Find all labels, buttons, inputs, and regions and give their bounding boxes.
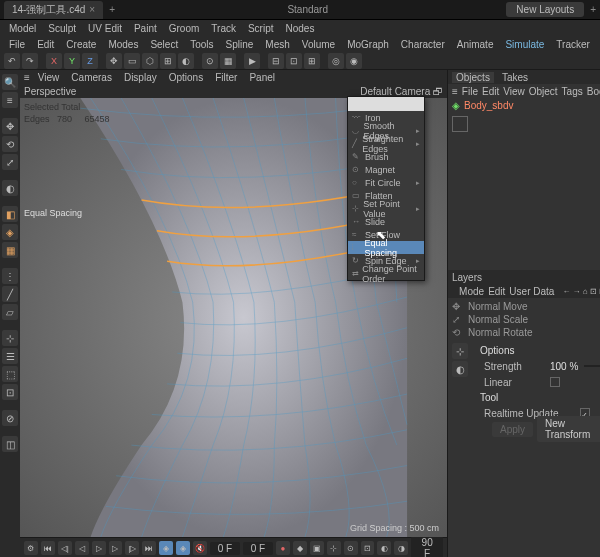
tl-end-field[interactable]: 90 F (411, 536, 443, 557)
tl-scale[interactable]: ⊡ (361, 541, 375, 555)
vp-menu-icon[interactable]: ≡ (24, 72, 30, 83)
object-name[interactable]: Body_sbdv (464, 100, 513, 111)
coord-icon[interactable]: ⊹ (452, 343, 468, 359)
axis-x-button[interactable]: X (46, 53, 62, 69)
object-row[interactable]: ◈ Body_sbdv (448, 98, 600, 112)
vp-menu-panel[interactable]: Panel (245, 72, 279, 83)
ctx-search-input[interactable] (348, 97, 424, 111)
point-tool[interactable]: ⋮ (2, 268, 18, 284)
tl-last[interactable]: ⏭ (142, 541, 156, 555)
linear-checkbox[interactable] (550, 377, 560, 387)
tool-parent-button[interactable]: ⬡ (142, 53, 158, 69)
normal-move-row[interactable]: ✥Normal Move (452, 300, 600, 313)
tl-sound[interactable]: 🔇 (193, 541, 207, 555)
tl-next[interactable]: ▷ (109, 541, 123, 555)
attr-tab-mode[interactable]: Mode (459, 286, 484, 297)
move-tool[interactable]: ✥ (2, 118, 18, 134)
menu-icon[interactable]: ≡ (2, 92, 18, 108)
strength-value[interactable]: 100 % (550, 361, 578, 372)
align3-button[interactable]: ⊞ (304, 53, 320, 69)
normal-scale-row[interactable]: ⤢Normal Scale (452, 313, 600, 326)
menu-spline[interactable]: Spline (221, 38, 259, 51)
layout-plus-icon[interactable]: + (590, 4, 596, 15)
snap-tool[interactable]: ⊡ (2, 384, 18, 400)
material-icon[interactable] (452, 116, 468, 132)
tl-current-field[interactable]: 0 F (243, 542, 273, 555)
tl-loop[interactable]: ◈ (159, 541, 173, 555)
misc2-button[interactable]: ◉ (346, 53, 362, 69)
snap-button[interactable]: ⊙ (202, 53, 218, 69)
mode-sculpt[interactable]: Sculpt (43, 22, 81, 35)
menu-tracker[interactable]: Tracker (551, 38, 595, 51)
ctx-set-point-value[interactable]: ⊹Set Point Value▸ (348, 202, 424, 215)
menu-create[interactable]: Create (61, 38, 101, 51)
menu-mesh[interactable]: Mesh (260, 38, 294, 51)
scale-tool[interactable]: ⤢ (2, 154, 18, 170)
menu-animate[interactable]: Animate (452, 38, 499, 51)
redo-button[interactable]: ↷ (22, 53, 38, 69)
menu-character[interactable]: Character (396, 38, 450, 51)
texture-tool[interactable]: ▦ (2, 242, 18, 258)
menu-tools[interactable]: Tools (185, 38, 218, 51)
brush-icon[interactable]: ◐ (452, 361, 468, 377)
axis-z-button[interactable]: Z (82, 53, 98, 69)
vp-menu-cameras[interactable]: Cameras (67, 72, 116, 83)
undo-button[interactable]: ↶ (4, 53, 20, 69)
tweak-tool[interactable]: ⬚ (2, 366, 18, 382)
menu-mograph[interactable]: MoGraph (342, 38, 394, 51)
align-button[interactable]: ⊟ (268, 53, 284, 69)
apply-button[interactable]: Apply (492, 422, 533, 437)
poly-tool[interactable]: ▱ (2, 304, 18, 320)
rotate-tool[interactable]: ⟲ (2, 136, 18, 152)
obj-menu-object[interactable]: Object (529, 86, 558, 97)
attr-tab-user-data[interactable]: User Data (509, 286, 554, 297)
tl-prevkey[interactable]: ◁| (58, 541, 72, 555)
tool-select-button[interactable]: ▭ (124, 53, 140, 69)
vp-menu-view[interactable]: View (34, 72, 64, 83)
tl-auto[interactable]: ▣ (310, 541, 324, 555)
axis-y-button[interactable]: Y (64, 53, 80, 69)
live-select-tool[interactable]: ◐ (2, 180, 18, 196)
tl-pos[interactable]: ⊹ (327, 541, 341, 555)
menu-simulate[interactable]: Simulate (500, 38, 549, 51)
mode-model[interactable]: Model (4, 22, 41, 35)
mode-script[interactable]: Script (243, 22, 279, 35)
menu-volume[interactable]: Volume (297, 38, 340, 51)
tool-misc-button[interactable]: ◐ (178, 53, 194, 69)
obj-menu-edit[interactable]: Edit (482, 86, 499, 97)
tl-start-field[interactable]: 0 F (210, 542, 240, 555)
tool-move-button[interactable]: ✥ (106, 53, 122, 69)
ctx-equal-spacing[interactable]: ⦙Equal Spacing (348, 241, 424, 254)
tl-nextkey[interactable]: |▷ (125, 541, 139, 555)
mode-nodes[interactable]: Nodes (281, 22, 320, 35)
menu-file[interactable]: File (4, 38, 30, 51)
viewport-tool[interactable]: ☰ (2, 348, 18, 364)
axis-tool[interactable]: ⊹ (2, 330, 18, 346)
workplane-button[interactable]: ▦ (220, 53, 236, 69)
tl-record[interactable]: ● (276, 541, 290, 555)
locked-tool[interactable]: ⊘ (2, 410, 18, 426)
takes-tab[interactable]: Takes (498, 72, 532, 83)
file-tab[interactable]: 14-强制工具.c4d × (4, 1, 103, 19)
layers-header[interactable]: Layers (448, 270, 600, 284)
attr-nav-icons[interactable]: ← → ⌂ ⊡ ⊞ ⊙ (562, 287, 600, 296)
obj-menu-icon[interactable]: ≡ (452, 86, 458, 97)
ctx-change-point-order[interactable]: ⇄Change Point Order (348, 267, 424, 280)
render-button[interactable]: ▶ (244, 53, 260, 69)
tl-rot[interactable]: ⊙ (344, 541, 358, 555)
obj-menu-bookmarks[interactable]: Bookmarks (587, 86, 600, 97)
close-icon[interactable]: × (89, 4, 95, 15)
tl-param[interactable]: ◐ (377, 541, 391, 555)
normal-rotate-row[interactable]: ⟲Normal Rotate Tool (452, 326, 600, 339)
tl-first[interactable]: ⏮ (41, 541, 55, 555)
align2-button[interactable]: ⊡ (286, 53, 302, 69)
obj-menu-view[interactable]: View (503, 86, 525, 97)
mode-uv-edit[interactable]: UV Edit (83, 22, 127, 35)
strength-slider[interactable] (584, 365, 600, 367)
solo-tool[interactable]: ◫ (2, 436, 18, 452)
ctx-fit-circle[interactable]: ○Fit Circle▸ (348, 176, 424, 189)
search-icon[interactable]: 🔍 (2, 74, 18, 90)
ctx-straighten-edges[interactable]: ╱Straighten Edges▸ (348, 137, 424, 150)
attr-tab-edit[interactable]: Edit (488, 286, 505, 297)
tl-prev[interactable]: ◁ (75, 541, 89, 555)
